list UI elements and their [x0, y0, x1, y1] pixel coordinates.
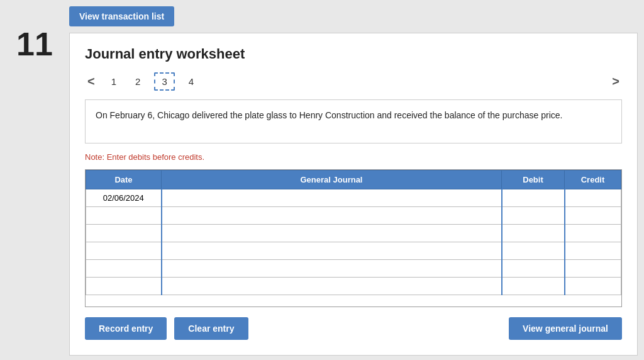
gj-cell-1[interactable] — [162, 189, 502, 207]
credit-cell-1[interactable] — [565, 189, 621, 207]
date-cell-2 — [86, 207, 162, 225]
date-cell-4 — [86, 242, 162, 260]
main-content: View transaction list Journal entry work… — [69, 6, 638, 356]
credit-cell-3[interactable] — [565, 225, 621, 242]
worksheet-container: Journal entry worksheet < 1 2 3 4 > On F… — [69, 33, 638, 356]
gj-cell-5[interactable] — [162, 260, 502, 278]
tab-1[interactable]: 1 — [106, 74, 121, 89]
record-entry-button[interactable]: Record entry — [85, 317, 167, 340]
button-row: Record entry Clear entry View general jo… — [85, 317, 622, 340]
header-credit: Credit — [565, 171, 621, 189]
journal-table: Date General Journal Debit Credit 02/06/… — [86, 170, 621, 295]
date-cell-5 — [86, 260, 162, 278]
date-cell-6 — [86, 278, 162, 295]
table-row — [86, 260, 621, 278]
worksheet-title: Journal entry worksheet — [85, 46, 622, 62]
tab-navigation: < 1 2 3 4 > — [85, 72, 622, 91]
nav-right-arrow[interactable]: > — [609, 74, 622, 89]
table-row — [86, 278, 621, 295]
note-text: Note: Enter debits before credits. — [85, 152, 622, 162]
view-transaction-button[interactable]: View transaction list — [69, 6, 174, 26]
debit-cell-2[interactable] — [502, 207, 565, 225]
description-box: On February 6, Chicago delivered the pla… — [85, 99, 622, 143]
debit-cell-1[interactable] — [502, 189, 565, 207]
debit-cell-6[interactable] — [502, 278, 565, 295]
header-debit: Debit — [502, 171, 565, 189]
tab-3[interactable]: 3 — [154, 72, 174, 91]
credit-cell-6[interactable] — [565, 278, 621, 295]
debit-cell-4[interactable] — [502, 242, 565, 260]
page-number: 11 — [6, 25, 63, 63]
table-row — [86, 225, 621, 242]
journal-table-wrapper: Date General Journal Debit Credit 02/06/… — [85, 169, 622, 307]
table-row — [86, 242, 621, 260]
credit-cell-4[interactable] — [565, 242, 621, 260]
gj-cell-4[interactable] — [162, 242, 502, 260]
credit-cell-5[interactable] — [565, 260, 621, 278]
header-general-journal: General Journal — [162, 171, 502, 189]
tab-4[interactable]: 4 — [184, 74, 199, 89]
tab-2[interactable]: 2 — [130, 74, 145, 89]
debit-cell-5[interactable] — [502, 260, 565, 278]
date-cell-3 — [86, 225, 162, 242]
gj-cell-2[interactable] — [162, 207, 502, 225]
date-cell-1: 02/06/2024 — [86, 189, 162, 207]
gj-cell-6[interactable] — [162, 278, 502, 295]
clear-entry-button[interactable]: Clear entry — [174, 317, 248, 340]
nav-left-arrow[interactable]: < — [85, 74, 97, 89]
table-header-row: Date General Journal Debit Credit — [86, 171, 621, 189]
debit-cell-3[interactable] — [502, 225, 565, 242]
table-row: 02/06/2024 — [86, 189, 621, 207]
gj-cell-3[interactable] — [162, 225, 502, 242]
table-row — [86, 207, 621, 225]
header-date: Date — [86, 171, 162, 189]
credit-cell-2[interactable] — [565, 207, 621, 225]
view-general-journal-button[interactable]: View general journal — [509, 317, 622, 340]
